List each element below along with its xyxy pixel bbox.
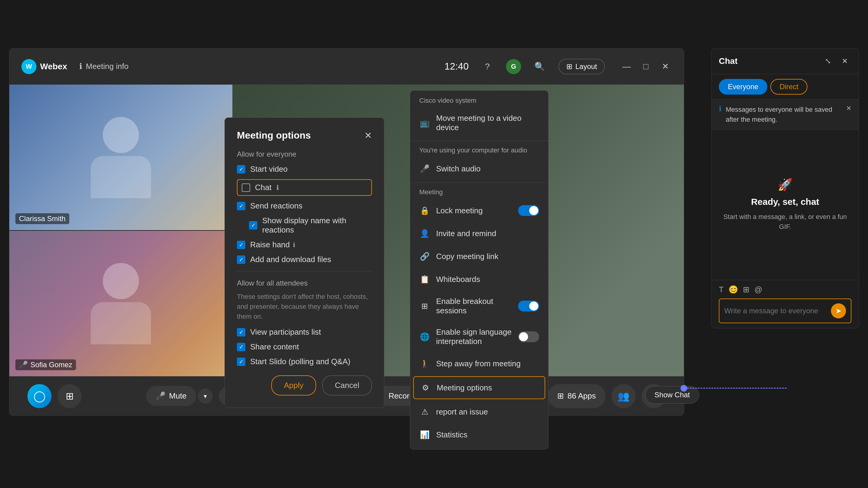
head-sofia	[103, 263, 139, 299]
mute-chevron[interactable]: ▾	[198, 389, 213, 404]
participants-button[interactable]: 👥	[612, 384, 636, 408]
participant-name-sofia: 🎤 Sofia Gomez	[16, 359, 76, 370]
search-button[interactable]: 🔍	[530, 57, 550, 76]
switch-audio-label: Switch audio	[436, 164, 480, 173]
checkbox-send-reactions[interactable]: Send reactions	[237, 201, 372, 210]
banner-close-button[interactable]: ✕	[846, 104, 851, 112]
emoji-picker-icon[interactable]: 😊	[728, 285, 738, 294]
apps-button[interactable]: ⊞ 86 Apps	[548, 384, 606, 408]
send-button[interactable]: ➤	[831, 303, 846, 318]
sign-language-toggle-switch[interactable]	[518, 331, 539, 342]
checkbox-chat-row[interactable]: Chat ℹ	[237, 179, 372, 196]
video-bg-clarissa	[9, 85, 232, 230]
sign-language-toggle-knob	[519, 332, 528, 341]
menu-divider-2	[410, 183, 548, 183]
chat-close-button[interactable]: ✕	[838, 55, 851, 68]
audio-icon: 🎤	[419, 163, 430, 174]
dialog-title: Meeting options	[237, 130, 311, 141]
copy-link-label: Copy meeting link	[436, 252, 498, 261]
dialog-separator	[237, 271, 372, 272]
video-bg-sofia	[9, 231, 232, 376]
switch-audio-item[interactable]: 🎤 Switch audio	[410, 157, 548, 180]
chat-ready-title: Ready, set, chat	[751, 197, 819, 207]
copy-link-item[interactable]: 🔗 Copy meeting link	[410, 245, 548, 268]
checkbox-slido[interactable]: Start Slido (polling and Q&A)	[237, 357, 372, 366]
checkbox-display-name[interactable]: Show display name with reactions	[249, 216, 372, 235]
maximize-button[interactable]: □	[639, 60, 652, 73]
tab-everyone[interactable]: Everyone	[719, 79, 767, 95]
dashed-line-indicator	[684, 388, 786, 389]
meeting-options-item[interactable]: ⚙ Meeting options	[413, 376, 545, 399]
meeting-options-dialog: Meeting options ✕ Allow for everyone Sta…	[224, 118, 384, 408]
checkbox-raise-hand[interactable]: Raise hand ℹ	[237, 240, 372, 250]
statistics-item[interactable]: 📊 Statistics	[410, 423, 548, 446]
lock-meeting-item[interactable]: 🔒 Lock meeting	[410, 199, 548, 222]
text-format-icon[interactable]: T	[719, 285, 724, 294]
help-button[interactable]: ?	[478, 57, 497, 76]
cb-raise-hand-label: Raise hand ℹ	[250, 240, 296, 250]
attachment-icon[interactable]: ⊞	[743, 285, 749, 294]
cb-raise-hand[interactable]	[237, 241, 245, 249]
minimize-button[interactable]: —	[620, 60, 633, 73]
cb-display-name-label: Show display name with reactions	[262, 216, 372, 235]
cb-share-content[interactable]	[237, 343, 245, 351]
invite-remind-item[interactable]: 👤 Invite and remind	[410, 222, 548, 245]
apps-label: 86 Apps	[567, 391, 596, 401]
breakout-item[interactable]: ⊞ Enable breakout sessions	[410, 291, 548, 321]
dialog-close-button[interactable]: ✕	[364, 130, 372, 141]
tab-direct[interactable]: Direct	[770, 79, 807, 95]
sign-language-item[interactable]: 🌐 Enable sign language interpretation	[410, 321, 548, 352]
step-away-item[interactable]: 🚶 Step away from meeting	[410, 352, 548, 375]
cb-display-name[interactable]	[249, 221, 257, 230]
lock-meeting-label: Lock meeting	[436, 206, 483, 216]
checkbox-share-content[interactable]: Share content	[237, 342, 372, 352]
cb-chat[interactable]	[242, 184, 250, 192]
move-icon: 📺	[419, 118, 430, 128]
invite-icon: 👤	[419, 228, 430, 239]
apply-button[interactable]: Apply	[271, 375, 316, 395]
cb-reactions[interactable]	[237, 202, 245, 210]
move-meeting-item[interactable]: 📺 Move meeting to a video device	[410, 107, 548, 138]
show-chat-button[interactable]: Show Chat	[645, 386, 699, 404]
webex-toolbar-icon[interactable]: ◯	[27, 384, 52, 408]
meeting-info[interactable]: ℹ Meeting info	[79, 62, 129, 71]
person-silhouette-clarissa	[91, 117, 151, 198]
checkbox-add-files[interactable]: Add and download files	[237, 255, 372, 264]
cb-view-participants[interactable]	[237, 328, 245, 336]
mute-button[interactable]: 🎤 Mute	[146, 386, 196, 406]
whiteboards-label: Whiteboards	[436, 275, 480, 284]
reactions-toggle-button[interactable]: ⊞	[58, 384, 82, 408]
layout-button[interactable]: ⊞ Layout	[558, 59, 605, 74]
cb-add-files[interactable]	[237, 255, 245, 264]
time-display: 12:40	[444, 61, 469, 72]
chat-input[interactable]	[724, 307, 827, 315]
cb-chat-label: Chat	[255, 183, 272, 192]
chat-body: 🚀 Ready, set, chat Start with a message,…	[712, 130, 859, 280]
cancel-button[interactable]: Cancel	[322, 375, 372, 395]
report-issue-item[interactable]: ⚠ report an issue	[410, 400, 548, 423]
sign-language-toggle[interactable]	[518, 331, 539, 342]
webex-logo: W Webex	[22, 59, 67, 74]
checkbox-start-video[interactable]: Start video	[237, 164, 372, 174]
lock-toggle-switch[interactable]	[518, 205, 539, 216]
step-away-label: Step away from meeting	[436, 359, 521, 368]
mention-icon[interactable]: @	[754, 285, 762, 294]
info-icon-chat: ℹ	[276, 184, 279, 192]
chat-toolbar: T 😊 ⊞ @	[719, 285, 851, 294]
cb-start-video[interactable]	[237, 165, 245, 173]
breakout-toggle[interactable]	[518, 301, 539, 312]
checkbox-view-participants[interactable]: View participants list	[237, 327, 372, 337]
user-avatar: G	[506, 59, 521, 74]
chat-tabs: Everyone Direct	[712, 74, 859, 100]
lock-toggle[interactable]	[518, 205, 539, 216]
step-away-icon: 🚶	[419, 358, 430, 369]
breakout-toggle-switch[interactable]	[518, 301, 539, 312]
participant-name-clarissa: Clarissa Smith	[16, 213, 69, 224]
title-bar: W Webex ℹ Meeting info 12:40 ? G 🔍 ⊞ Lay…	[9, 48, 684, 85]
close-button[interactable]: ✕	[658, 60, 672, 73]
chat-popout-button[interactable]: ⤡	[821, 55, 835, 68]
cb-slido[interactable]	[237, 358, 245, 366]
whiteboards-item[interactable]: 📋 Whiteboards	[410, 268, 548, 291]
menu-divider-1	[410, 141, 548, 141]
mic-icon: 🎤	[19, 361, 28, 369]
